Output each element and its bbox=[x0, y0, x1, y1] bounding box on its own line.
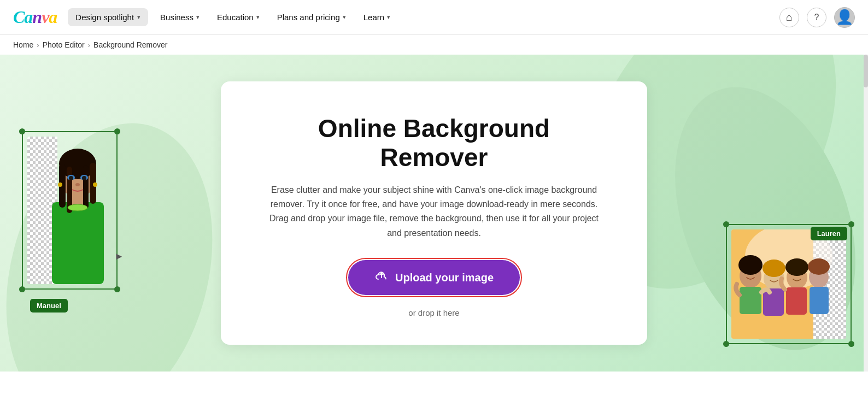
canva-logo[interactable]: Canva bbox=[13, 7, 57, 27]
selection-handle-bl bbox=[19, 286, 25, 292]
chevron-down-icon: ▾ bbox=[137, 14, 140, 21]
name-badge-lauren: Lauren bbox=[811, 227, 847, 240]
svg-rect-35 bbox=[786, 287, 807, 315]
nav-menu: Business ▾ Education ▾ Plans and pricing… bbox=[153, 8, 779, 26]
demo-right-frame: Lauren bbox=[731, 229, 852, 355]
scrollbar-thumb[interactable] bbox=[864, 55, 868, 87]
nav-item-label: Learn bbox=[363, 13, 384, 22]
upload-button-wrapper: Upload your image bbox=[348, 260, 520, 295]
svg-point-28 bbox=[738, 255, 763, 275]
scrollbar[interactable] bbox=[864, 55, 868, 372]
nav-item-education[interactable]: Education ▾ bbox=[209, 8, 267, 26]
nav-item-label: Plans and pricing bbox=[277, 13, 340, 22]
nav-right-actions: ⌂ ? 👤 bbox=[779, 7, 855, 28]
svg-point-16 bbox=[68, 204, 87, 211]
selection-handle-right-bl bbox=[723, 341, 729, 347]
upload-image-button[interactable]: Upload your image bbox=[348, 260, 520, 295]
help-icon-button[interactable]: ? bbox=[807, 8, 826, 27]
demo-image-left-container: ◄ Manuel bbox=[27, 137, 120, 290]
nav-item-plans[interactable]: Plans and pricing ▾ bbox=[269, 8, 354, 26]
nav-item-label: Education bbox=[217, 13, 254, 22]
svg-rect-38 bbox=[810, 287, 829, 314]
avatar-icon: 👤 bbox=[836, 9, 853, 26]
group-photo bbox=[731, 229, 846, 339]
selection-handle-tr bbox=[114, 128, 120, 134]
chevron-down-icon: ▾ bbox=[256, 14, 260, 21]
design-spotlight-button[interactable]: Design spotlight ▾ bbox=[68, 8, 148, 26]
svg-point-14 bbox=[82, 176, 86, 180]
breadcrumb-separator: › bbox=[37, 41, 39, 49]
svg-point-37 bbox=[808, 258, 830, 275]
avatar[interactable]: 👤 bbox=[834, 7, 855, 28]
upload-button-label: Upload your image bbox=[395, 272, 494, 284]
arrow-indicator: ◄ bbox=[114, 251, 124, 262]
svg-point-17 bbox=[58, 182, 62, 187]
nav-item-label: Business bbox=[160, 13, 193, 22]
demo-image-right-container: Lauren bbox=[731, 213, 852, 355]
design-spotlight-label: Design spotlight bbox=[75, 13, 134, 22]
svg-point-15 bbox=[75, 183, 80, 186]
breadcrumb-photo-editor[interactable]: Photo Editor bbox=[43, 40, 85, 49]
home-icon-button[interactable]: ⌂ bbox=[779, 8, 799, 27]
chevron-down-icon: ▾ bbox=[343, 14, 346, 21]
hero-description: Erase clutter and make your subject shin… bbox=[265, 183, 603, 241]
name-badge-manuel: Manuel bbox=[30, 299, 68, 313]
selection-handle-right-tr bbox=[848, 221, 854, 227]
selection-handle-right-tl bbox=[723, 221, 729, 227]
chevron-down-icon: ▾ bbox=[196, 14, 200, 21]
svg-rect-32 bbox=[763, 288, 784, 316]
breadcrumb-home[interactable]: Home bbox=[13, 40, 33, 49]
selection-handle-right-br bbox=[848, 341, 854, 347]
breadcrumb-current: Background Remover bbox=[93, 40, 167, 49]
hero-card: Online Background Remover Erase clutter … bbox=[221, 81, 647, 345]
svg-point-34 bbox=[785, 258, 808, 276]
selection-handle-br bbox=[114, 286, 120, 292]
svg-rect-3 bbox=[52, 202, 104, 284]
hero-title: Online Background Remover bbox=[265, 114, 603, 172]
breadcrumb: Home › Photo Editor › Background Remover bbox=[0, 35, 868, 55]
hero-section: ◄ Manuel Online Background Remover Erase… bbox=[0, 55, 868, 372]
svg-point-31 bbox=[763, 260, 785, 277]
nav-item-business[interactable]: Business ▾ bbox=[153, 8, 207, 26]
navbar: Canva Design spotlight ▾ Business ▾ Educ… bbox=[0, 0, 868, 35]
selection-handle-tl bbox=[19, 128, 25, 134]
svg-rect-9 bbox=[83, 165, 89, 209]
person-image bbox=[44, 137, 112, 284]
demo-left-frame: ◄ Manuel bbox=[27, 137, 120, 290]
help-icon: ? bbox=[814, 13, 819, 22]
upload-cloud-icon bbox=[374, 269, 389, 286]
breadcrumb-separator-2: › bbox=[88, 41, 90, 49]
chevron-down-icon: ▾ bbox=[387, 14, 390, 21]
svg-point-18 bbox=[93, 182, 97, 187]
svg-rect-29 bbox=[740, 287, 761, 314]
drop-text: or drop it here bbox=[265, 308, 603, 317]
home-icon: ⌂ bbox=[786, 11, 793, 23]
svg-point-13 bbox=[69, 176, 73, 180]
nav-item-learn[interactable]: Learn ▾ bbox=[356, 8, 398, 26]
